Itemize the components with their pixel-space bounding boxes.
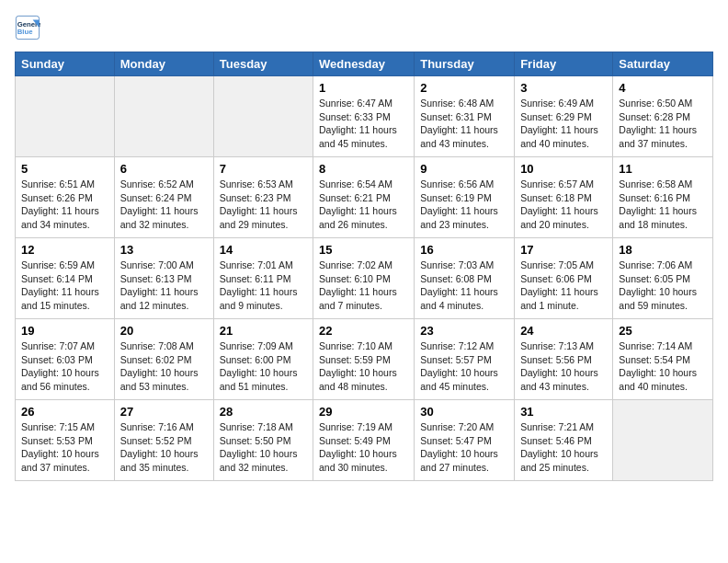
day-number: 13 <box>120 243 208 257</box>
week-row-5: 26Sunrise: 7:15 AM Sunset: 5:53 PM Dayli… <box>16 400 713 481</box>
day-info: Sunrise: 6:53 AM Sunset: 6:23 PM Dayligh… <box>220 178 307 232</box>
day-info: Sunrise: 6:54 AM Sunset: 6:21 PM Dayligh… <box>319 178 408 232</box>
day-number: 22 <box>319 324 408 338</box>
day-info: Sunrise: 6:48 AM Sunset: 6:31 PM Dayligh… <box>420 97 508 151</box>
day-info: Sunrise: 7:13 AM Sunset: 5:56 PM Dayligh… <box>520 339 607 394</box>
day-number: 1 <box>319 81 408 95</box>
day-number: 20 <box>120 324 208 338</box>
day-info: Sunrise: 7:07 AM Sunset: 6:03 PM Dayligh… <box>21 339 108 394</box>
day-cell: 29Sunrise: 7:19 AM Sunset: 5:49 PM Dayli… <box>313 400 415 481</box>
day-info: Sunrise: 7:19 AM Sunset: 5:49 PM Dayligh… <box>319 420 408 475</box>
svg-text:Blue: Blue <box>17 28 33 36</box>
col-header-thursday: Thursday <box>415 52 515 76</box>
day-number: 23 <box>420 324 508 338</box>
week-row-2: 5Sunrise: 6:51 AM Sunset: 6:26 PM Daylig… <box>16 157 713 238</box>
day-number: 8 <box>319 162 408 176</box>
day-info: Sunrise: 6:49 AM Sunset: 6:29 PM Dayligh… <box>520 97 607 151</box>
day-info: Sunrise: 7:15 AM Sunset: 5:53 PM Dayligh… <box>21 420 108 475</box>
day-cell: 14Sunrise: 7:01 AM Sunset: 6:11 PM Dayli… <box>213 238 313 319</box>
day-cell: 20Sunrise: 7:08 AM Sunset: 6:02 PM Dayli… <box>114 319 213 400</box>
day-number: 27 <box>120 405 208 419</box>
day-cell: 10Sunrise: 6:57 AM Sunset: 6:18 PM Dayli… <box>515 157 613 238</box>
day-info: Sunrise: 7:21 AM Sunset: 5:46 PM Dayligh… <box>520 420 607 475</box>
logo: General Blue <box>15 15 44 40</box>
day-info: Sunrise: 7:09 AM Sunset: 6:00 PM Dayligh… <box>220 339 307 394</box>
day-number: 4 <box>619 81 707 95</box>
day-cell: 28Sunrise: 7:18 AM Sunset: 5:50 PM Dayli… <box>213 400 313 481</box>
day-number: 18 <box>619 243 707 257</box>
week-row-1: 1Sunrise: 6:47 AM Sunset: 6:33 PM Daylig… <box>16 76 713 157</box>
day-number: 2 <box>420 81 508 95</box>
day-number: 5 <box>21 162 108 176</box>
day-cell: 26Sunrise: 7:15 AM Sunset: 5:53 PM Dayli… <box>16 400 115 481</box>
day-cell: 9Sunrise: 6:56 AM Sunset: 6:19 PM Daylig… <box>415 157 515 238</box>
day-number: 19 <box>21 324 108 338</box>
day-info: Sunrise: 6:50 AM Sunset: 6:28 PM Dayligh… <box>619 97 707 151</box>
day-info: Sunrise: 7:12 AM Sunset: 5:57 PM Dayligh… <box>420 339 508 394</box>
day-number: 25 <box>619 324 707 338</box>
col-header-saturday: Saturday <box>613 52 713 76</box>
day-cell: 31Sunrise: 7:21 AM Sunset: 5:46 PM Dayli… <box>515 400 613 481</box>
day-number: 21 <box>220 324 307 338</box>
day-info: Sunrise: 7:18 AM Sunset: 5:50 PM Dayligh… <box>220 420 307 475</box>
day-number: 6 <box>120 162 208 176</box>
logo-icon: General Blue <box>15 15 40 40</box>
day-cell: 25Sunrise: 7:14 AM Sunset: 5:54 PM Dayli… <box>613 319 713 400</box>
day-info: Sunrise: 6:58 AM Sunset: 6:16 PM Dayligh… <box>619 178 707 232</box>
day-info: Sunrise: 7:01 AM Sunset: 6:11 PM Dayligh… <box>220 259 307 313</box>
day-number: 17 <box>520 243 607 257</box>
day-number: 24 <box>520 324 607 338</box>
day-cell: 17Sunrise: 7:05 AM Sunset: 6:06 PM Dayli… <box>515 238 613 319</box>
day-cell <box>613 400 713 481</box>
day-info: Sunrise: 6:51 AM Sunset: 6:26 PM Dayligh… <box>21 178 108 232</box>
day-info: Sunrise: 7:20 AM Sunset: 5:47 PM Dayligh… <box>420 420 508 475</box>
day-cell: 24Sunrise: 7:13 AM Sunset: 5:56 PM Dayli… <box>515 319 613 400</box>
day-number: 31 <box>520 405 607 419</box>
day-cell: 8Sunrise: 6:54 AM Sunset: 6:21 PM Daylig… <box>313 157 415 238</box>
day-number: 29 <box>319 405 408 419</box>
day-number: 16 <box>420 243 508 257</box>
calendar-header-row: SundayMondayTuesdayWednesdayThursdayFrid… <box>16 52 713 76</box>
day-info: Sunrise: 7:05 AM Sunset: 6:06 PM Dayligh… <box>520 259 607 313</box>
day-cell: 27Sunrise: 7:16 AM Sunset: 5:52 PM Dayli… <box>114 400 213 481</box>
day-info: Sunrise: 7:14 AM Sunset: 5:54 PM Dayligh… <box>619 339 707 394</box>
day-cell: 18Sunrise: 7:06 AM Sunset: 6:05 PM Dayli… <box>613 238 713 319</box>
week-row-3: 12Sunrise: 6:59 AM Sunset: 6:14 PM Dayli… <box>16 238 713 319</box>
col-header-sunday: Sunday <box>16 52 115 76</box>
day-cell: 1Sunrise: 6:47 AM Sunset: 6:33 PM Daylig… <box>313 76 415 157</box>
day-cell: 22Sunrise: 7:10 AM Sunset: 5:59 PM Dayli… <box>313 319 415 400</box>
day-info: Sunrise: 7:10 AM Sunset: 5:59 PM Dayligh… <box>319 339 408 394</box>
day-number: 26 <box>21 405 108 419</box>
day-cell: 5Sunrise: 6:51 AM Sunset: 6:26 PM Daylig… <box>16 157 115 238</box>
day-cell: 15Sunrise: 7:02 AM Sunset: 6:10 PM Dayli… <box>313 238 415 319</box>
day-cell <box>213 76 313 157</box>
day-cell: 30Sunrise: 7:20 AM Sunset: 5:47 PM Dayli… <box>415 400 515 481</box>
day-cell: 12Sunrise: 6:59 AM Sunset: 6:14 PM Dayli… <box>16 238 115 319</box>
day-info: Sunrise: 6:59 AM Sunset: 6:14 PM Dayligh… <box>21 259 108 313</box>
day-cell: 21Sunrise: 7:09 AM Sunset: 6:00 PM Dayli… <box>213 319 313 400</box>
day-info: Sunrise: 6:47 AM Sunset: 6:33 PM Dayligh… <box>319 97 408 151</box>
day-cell: 2Sunrise: 6:48 AM Sunset: 6:31 PM Daylig… <box>415 76 515 157</box>
col-header-friday: Friday <box>515 52 613 76</box>
day-cell: 4Sunrise: 6:50 AM Sunset: 6:28 PM Daylig… <box>613 76 713 157</box>
calendar: SundayMondayTuesdayWednesdayThursdayFrid… <box>15 52 713 481</box>
day-info: Sunrise: 6:56 AM Sunset: 6:19 PM Dayligh… <box>420 178 508 232</box>
day-number: 28 <box>220 405 307 419</box>
day-number: 12 <box>21 243 108 257</box>
day-info: Sunrise: 7:06 AM Sunset: 6:05 PM Dayligh… <box>619 259 707 313</box>
day-cell: 23Sunrise: 7:12 AM Sunset: 5:57 PM Dayli… <box>415 319 515 400</box>
day-info: Sunrise: 7:08 AM Sunset: 6:02 PM Dayligh… <box>120 339 208 394</box>
day-number: 15 <box>319 243 408 257</box>
day-cell: 6Sunrise: 6:52 AM Sunset: 6:24 PM Daylig… <box>114 157 213 238</box>
day-info: Sunrise: 7:02 AM Sunset: 6:10 PM Dayligh… <box>319 259 408 313</box>
page-header: General Blue <box>15 15 713 40</box>
day-cell: 19Sunrise: 7:07 AM Sunset: 6:03 PM Dayli… <box>16 319 115 400</box>
day-cell <box>114 76 213 157</box>
day-number: 11 <box>619 162 707 176</box>
day-number: 30 <box>420 405 508 419</box>
day-cell: 13Sunrise: 7:00 AM Sunset: 6:13 PM Dayli… <box>114 238 213 319</box>
day-info: Sunrise: 6:57 AM Sunset: 6:18 PM Dayligh… <box>520 178 607 232</box>
col-header-tuesday: Tuesday <box>213 52 313 76</box>
col-header-monday: Monday <box>114 52 213 76</box>
day-cell <box>16 76 115 157</box>
